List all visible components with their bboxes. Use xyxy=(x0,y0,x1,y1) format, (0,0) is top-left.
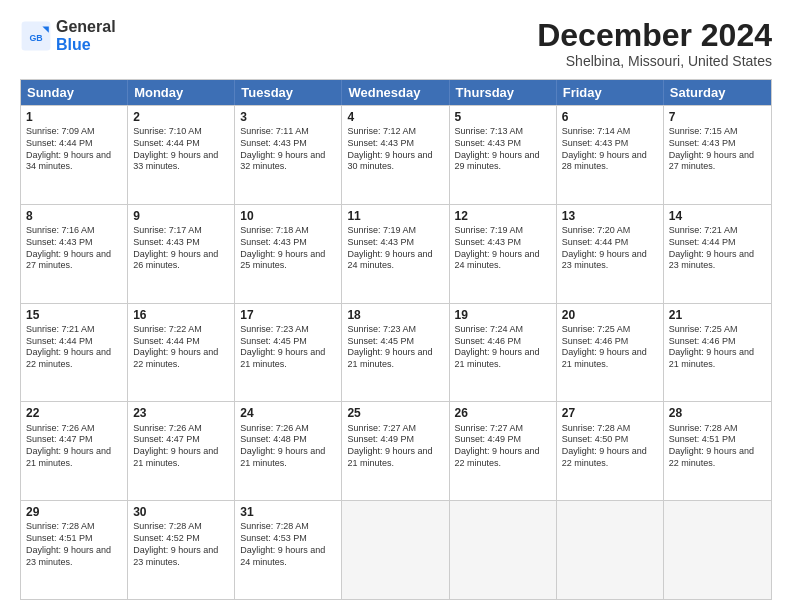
day-number: 24 xyxy=(240,405,336,421)
cell-info: Sunrise: 7:14 AM Sunset: 4:43 PM Dayligh… xyxy=(562,126,658,173)
calendar-cell: 10Sunrise: 7:18 AM Sunset: 4:43 PM Dayli… xyxy=(235,205,342,303)
logo-icon: GB xyxy=(20,20,52,52)
day-number: 11 xyxy=(347,208,443,224)
cell-info: Sunrise: 7:26 AM Sunset: 4:47 PM Dayligh… xyxy=(26,423,122,470)
calendar-cell: 3Sunrise: 7:11 AM Sunset: 4:43 PM Daylig… xyxy=(235,106,342,204)
cell-info: Sunrise: 7:10 AM Sunset: 4:44 PM Dayligh… xyxy=(133,126,229,173)
day-number: 13 xyxy=(562,208,658,224)
day-number: 25 xyxy=(347,405,443,421)
page: GB General Blue December 2024 Shelbina, … xyxy=(0,0,792,612)
day-number: 2 xyxy=(133,109,229,125)
day-number: 21 xyxy=(669,307,766,323)
calendar-cell: 11Sunrise: 7:19 AM Sunset: 4:43 PM Dayli… xyxy=(342,205,449,303)
cell-info: Sunrise: 7:28 AM Sunset: 4:51 PM Dayligh… xyxy=(26,521,122,568)
calendar-cell: 31Sunrise: 7:28 AM Sunset: 4:53 PM Dayli… xyxy=(235,501,342,599)
cell-info: Sunrise: 7:27 AM Sunset: 4:49 PM Dayligh… xyxy=(347,423,443,470)
calendar: SundayMondayTuesdayWednesdayThursdayFrid… xyxy=(20,79,772,600)
day-number: 30 xyxy=(133,504,229,520)
day-number: 10 xyxy=(240,208,336,224)
calendar-row-3: 15Sunrise: 7:21 AM Sunset: 4:44 PM Dayli… xyxy=(21,303,771,402)
calendar-cell xyxy=(450,501,557,599)
cell-info: Sunrise: 7:28 AM Sunset: 4:51 PM Dayligh… xyxy=(669,423,766,470)
calendar-cell: 12Sunrise: 7:19 AM Sunset: 4:43 PM Dayli… xyxy=(450,205,557,303)
calendar-cell: 18Sunrise: 7:23 AM Sunset: 4:45 PM Dayli… xyxy=(342,304,449,402)
day-number: 3 xyxy=(240,109,336,125)
day-number: 4 xyxy=(347,109,443,125)
cell-info: Sunrise: 7:21 AM Sunset: 4:44 PM Dayligh… xyxy=(26,324,122,371)
header-day-wednesday: Wednesday xyxy=(342,80,449,105)
cell-info: Sunrise: 7:22 AM Sunset: 4:44 PM Dayligh… xyxy=(133,324,229,371)
calendar-row-2: 8Sunrise: 7:16 AM Sunset: 4:43 PM Daylig… xyxy=(21,204,771,303)
header: GB General Blue December 2024 Shelbina, … xyxy=(20,18,772,69)
cell-info: Sunrise: 7:28 AM Sunset: 4:50 PM Dayligh… xyxy=(562,423,658,470)
calendar-cell: 27Sunrise: 7:28 AM Sunset: 4:50 PM Dayli… xyxy=(557,402,664,500)
calendar-cell: 17Sunrise: 7:23 AM Sunset: 4:45 PM Dayli… xyxy=(235,304,342,402)
logo: GB General Blue xyxy=(20,18,116,53)
cell-info: Sunrise: 7:25 AM Sunset: 4:46 PM Dayligh… xyxy=(562,324,658,371)
calendar-cell xyxy=(342,501,449,599)
header-day-friday: Friday xyxy=(557,80,664,105)
day-number: 15 xyxy=(26,307,122,323)
calendar-row-1: 1Sunrise: 7:09 AM Sunset: 4:44 PM Daylig… xyxy=(21,105,771,204)
day-number: 1 xyxy=(26,109,122,125)
month-title: December 2024 xyxy=(537,18,772,53)
calendar-cell: 9Sunrise: 7:17 AM Sunset: 4:43 PM Daylig… xyxy=(128,205,235,303)
calendar-cell: 7Sunrise: 7:15 AM Sunset: 4:43 PM Daylig… xyxy=(664,106,771,204)
day-number: 18 xyxy=(347,307,443,323)
cell-info: Sunrise: 7:15 AM Sunset: 4:43 PM Dayligh… xyxy=(669,126,766,173)
day-number: 31 xyxy=(240,504,336,520)
day-number: 8 xyxy=(26,208,122,224)
cell-info: Sunrise: 7:25 AM Sunset: 4:46 PM Dayligh… xyxy=(669,324,766,371)
day-number: 22 xyxy=(26,405,122,421)
day-number: 26 xyxy=(455,405,551,421)
calendar-cell: 16Sunrise: 7:22 AM Sunset: 4:44 PM Dayli… xyxy=(128,304,235,402)
logo-text: General Blue xyxy=(56,18,116,53)
cell-info: Sunrise: 7:11 AM Sunset: 4:43 PM Dayligh… xyxy=(240,126,336,173)
header-day-tuesday: Tuesday xyxy=(235,80,342,105)
day-number: 5 xyxy=(455,109,551,125)
cell-info: Sunrise: 7:13 AM Sunset: 4:43 PM Dayligh… xyxy=(455,126,551,173)
day-number: 19 xyxy=(455,307,551,323)
day-number: 28 xyxy=(669,405,766,421)
calendar-cell: 22Sunrise: 7:26 AM Sunset: 4:47 PM Dayli… xyxy=(21,402,128,500)
header-day-monday: Monday xyxy=(128,80,235,105)
cell-info: Sunrise: 7:18 AM Sunset: 4:43 PM Dayligh… xyxy=(240,225,336,272)
calendar-cell: 6Sunrise: 7:14 AM Sunset: 4:43 PM Daylig… xyxy=(557,106,664,204)
day-number: 6 xyxy=(562,109,658,125)
cell-info: Sunrise: 7:20 AM Sunset: 4:44 PM Dayligh… xyxy=(562,225,658,272)
logo-general: General xyxy=(56,18,116,35)
day-number: 12 xyxy=(455,208,551,224)
cell-info: Sunrise: 7:21 AM Sunset: 4:44 PM Dayligh… xyxy=(669,225,766,272)
day-number: 20 xyxy=(562,307,658,323)
calendar-body: 1Sunrise: 7:09 AM Sunset: 4:44 PM Daylig… xyxy=(21,105,771,599)
header-day-thursday: Thursday xyxy=(450,80,557,105)
location: Shelbina, Missouri, United States xyxy=(537,53,772,69)
calendar-cell: 26Sunrise: 7:27 AM Sunset: 4:49 PM Dayli… xyxy=(450,402,557,500)
calendar-cell: 13Sunrise: 7:20 AM Sunset: 4:44 PM Dayli… xyxy=(557,205,664,303)
cell-info: Sunrise: 7:19 AM Sunset: 4:43 PM Dayligh… xyxy=(455,225,551,272)
calendar-cell: 2Sunrise: 7:10 AM Sunset: 4:44 PM Daylig… xyxy=(128,106,235,204)
calendar-cell: 4Sunrise: 7:12 AM Sunset: 4:43 PM Daylig… xyxy=(342,106,449,204)
calendar-cell: 23Sunrise: 7:26 AM Sunset: 4:47 PM Dayli… xyxy=(128,402,235,500)
day-number: 9 xyxy=(133,208,229,224)
cell-info: Sunrise: 7:28 AM Sunset: 4:52 PM Dayligh… xyxy=(133,521,229,568)
cell-info: Sunrise: 7:23 AM Sunset: 4:45 PM Dayligh… xyxy=(240,324,336,371)
calendar-row-5: 29Sunrise: 7:28 AM Sunset: 4:51 PM Dayli… xyxy=(21,500,771,599)
calendar-cell: 21Sunrise: 7:25 AM Sunset: 4:46 PM Dayli… xyxy=(664,304,771,402)
cell-info: Sunrise: 7:26 AM Sunset: 4:47 PM Dayligh… xyxy=(133,423,229,470)
day-number: 27 xyxy=(562,405,658,421)
cell-info: Sunrise: 7:28 AM Sunset: 4:53 PM Dayligh… xyxy=(240,521,336,568)
calendar-cell: 5Sunrise: 7:13 AM Sunset: 4:43 PM Daylig… xyxy=(450,106,557,204)
calendar-cell xyxy=(557,501,664,599)
calendar-cell: 20Sunrise: 7:25 AM Sunset: 4:46 PM Dayli… xyxy=(557,304,664,402)
calendar-cell: 25Sunrise: 7:27 AM Sunset: 4:49 PM Dayli… xyxy=(342,402,449,500)
calendar-cell: 8Sunrise: 7:16 AM Sunset: 4:43 PM Daylig… xyxy=(21,205,128,303)
header-day-saturday: Saturday xyxy=(664,80,771,105)
cell-info: Sunrise: 7:17 AM Sunset: 4:43 PM Dayligh… xyxy=(133,225,229,272)
cell-info: Sunrise: 7:23 AM Sunset: 4:45 PM Dayligh… xyxy=(347,324,443,371)
day-number: 23 xyxy=(133,405,229,421)
cell-info: Sunrise: 7:19 AM Sunset: 4:43 PM Dayligh… xyxy=(347,225,443,272)
cell-info: Sunrise: 7:24 AM Sunset: 4:46 PM Dayligh… xyxy=(455,324,551,371)
calendar-cell: 29Sunrise: 7:28 AM Sunset: 4:51 PM Dayli… xyxy=(21,501,128,599)
calendar-cell: 1Sunrise: 7:09 AM Sunset: 4:44 PM Daylig… xyxy=(21,106,128,204)
